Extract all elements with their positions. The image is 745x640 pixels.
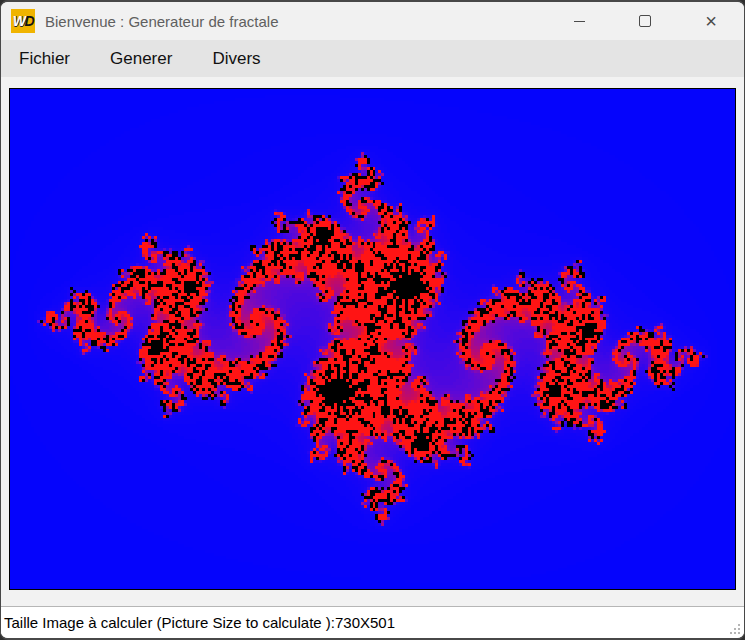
window-controls: × — [546, 2, 744, 40]
menu-item-divers[interactable]: Divers — [212, 49, 260, 69]
window-title: Bienvenue : Generateur de fractale — [45, 13, 278, 30]
maximize-icon — [639, 15, 651, 27]
fractal-image — [10, 89, 735, 589]
fractal-picture-frame — [9, 88, 736, 590]
menu-item-generer[interactable]: Generer — [110, 49, 172, 69]
close-button[interactable]: × — [678, 2, 744, 40]
maximize-button[interactable] — [612, 2, 678, 40]
status-bar: Taille Image à calculer (Picture Size to… — [1, 606, 744, 638]
menu-item-fichier[interactable]: Fichier — [19, 49, 70, 69]
app-icon: WD — [11, 9, 35, 33]
resize-grip[interactable] — [738, 632, 740, 634]
app-icon-letter-w: W — [13, 13, 25, 29]
close-icon: × — [705, 11, 717, 31]
app-window: WD Bienvenue : Generateur de fractale × … — [0, 0, 745, 640]
minimize-button[interactable] — [546, 2, 612, 40]
title-bar: WD Bienvenue : Generateur de fractale × — [1, 2, 744, 40]
app-icon-letter-d: D — [25, 13, 34, 29]
menu-bar: Fichier Generer Divers — [1, 40, 744, 77]
status-text: Taille Image à calculer (Picture Size to… — [4, 614, 395, 631]
minimize-icon — [574, 21, 585, 22]
